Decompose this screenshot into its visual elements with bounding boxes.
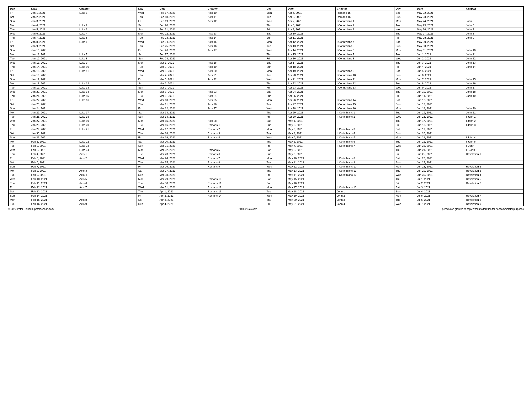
cell-chapter: Luke 2 xyxy=(78,23,137,28)
cell-day: Mon xyxy=(265,127,286,131)
cell-date: Jun 23, 2021 xyxy=(416,144,465,148)
cell-date: Mar 23, 2021 xyxy=(158,152,206,156)
cell-date: Apr 13, 2021 xyxy=(286,44,335,48)
cell-chapter: Luke 5 xyxy=(78,36,137,40)
cell-day: Fri xyxy=(265,86,286,90)
cell-chapter xyxy=(335,119,394,123)
cell-chapter: John 6 xyxy=(465,23,523,28)
table-row: FriJan 8, 2021Luke 6WedFeb 24, 2021Acts … xyxy=(9,40,523,44)
cell-date: Jan 2, 2021 xyxy=(30,15,78,19)
cell-chapter xyxy=(465,11,523,15)
cell-chapter xyxy=(206,57,265,61)
table-row: WedJan 13, 2021Luke 9MonMar 1, 2021Acts … xyxy=(9,61,523,65)
table-row: ThuJan 28, 2021Luke 20TueMar 16, 2021Rom… xyxy=(9,123,523,127)
cell-date: Apr 1, 2021 xyxy=(158,190,206,194)
cell-day: Sun xyxy=(394,44,416,48)
cell-chapter: Revelation 6 xyxy=(465,181,523,185)
table-row: MonJan 11, 2021Luke 7SatFeb 27, 2021ThuA… xyxy=(9,52,523,57)
footer-right: permission granted to copy without alter… xyxy=(442,208,524,210)
cell-chapter: Romans 5 xyxy=(206,148,265,152)
cell-chapter: I Corinthians 15 xyxy=(335,102,394,106)
cell-chapter xyxy=(465,160,523,164)
cell-day: Thu xyxy=(394,90,416,94)
table-row: TueJan 12, 2021Luke 8SunFeb 28, 2021FriA… xyxy=(9,57,523,61)
cell-chapter xyxy=(206,169,265,173)
cell-date: Jun 22, 2021 xyxy=(416,140,465,144)
cell-day: Mon xyxy=(394,106,416,111)
cell-day: Sun xyxy=(265,152,286,156)
cell-day: Mon xyxy=(394,135,416,140)
cell-date: Apr 22, 2021 xyxy=(286,81,335,86)
cell-chapter: Romans 4 xyxy=(206,135,265,140)
cell-date: Apr 14, 2021 xyxy=(286,48,335,52)
table-row: MonFeb 15, 2021Acts 8SatApr 3, 2021ThuMa… xyxy=(9,198,523,202)
cell-day: Fri xyxy=(265,57,286,61)
cell-day: Thu xyxy=(137,73,158,77)
cell-day: Tue xyxy=(137,181,158,185)
cell-chapter: Acts 16 xyxy=(206,44,265,48)
cell-day: Fri xyxy=(394,152,416,156)
cell-chapter: Luke 21 xyxy=(78,127,137,131)
cell-chapter xyxy=(465,73,523,77)
cell-day: Sun xyxy=(9,106,30,111)
cell-day: Wed xyxy=(137,156,158,160)
cell-day: Wed xyxy=(137,40,158,44)
cell-day: Fri xyxy=(394,36,416,40)
cell-chapter: Romans 7 xyxy=(206,156,265,160)
cell-day: Thu xyxy=(9,152,30,156)
cell-day: Sat xyxy=(9,160,30,164)
cell-date: Feb 24, 2021 xyxy=(158,40,206,44)
cell-date: Mar 26, 2021 xyxy=(158,164,206,169)
cell-date: May 15, 2021 xyxy=(286,177,335,181)
cell-chapter: II Corinthians 8 xyxy=(335,156,394,160)
cell-chapter: Revelation 9 xyxy=(465,202,523,206)
cell-day: Tue xyxy=(137,65,158,69)
cell-day: Tue xyxy=(394,81,416,86)
cell-day: Fri xyxy=(265,144,286,148)
cell-day: Thu xyxy=(265,52,286,57)
cell-day: Tue xyxy=(137,123,158,127)
col-header-chapter-2: Chapter xyxy=(206,6,265,11)
cell-chapter: Luke 3 xyxy=(78,28,137,32)
cell-chapter: II Corinthians 3 xyxy=(335,127,394,131)
cell-date: May 21, 2021 xyxy=(286,202,335,206)
cell-date: Mar 21, 2021 xyxy=(158,144,206,148)
cell-day: Thu xyxy=(137,160,158,164)
cell-day: Sat xyxy=(394,185,416,190)
cell-day: Thu xyxy=(394,61,416,65)
cell-chapter xyxy=(206,52,265,57)
cell-chapter: Acts 11 xyxy=(206,15,265,19)
cell-day: Tue xyxy=(9,173,30,177)
table-row: MonFeb 8, 2021Acts 3SatMar 27, 2021ThuMa… xyxy=(9,169,523,173)
cell-date: Apr 3, 2021 xyxy=(158,198,206,202)
cell-day: Tue xyxy=(265,131,286,135)
cell-day: Sat xyxy=(265,177,286,181)
col-header-date-1: Date xyxy=(30,6,78,11)
cell-date: May 20, 2021 xyxy=(286,198,335,202)
cell-chapter: Acts 14 xyxy=(206,36,265,40)
cell-date: Feb 10, 2021 xyxy=(30,177,78,181)
col-header-day-3: Day xyxy=(265,6,286,11)
cell-date: Jan 10, 2021 xyxy=(30,48,78,52)
cell-date: Jul 1, 2021 xyxy=(416,177,465,181)
cell-day: Mon xyxy=(265,98,286,102)
cell-day: Mon xyxy=(394,194,416,198)
cell-chapter xyxy=(78,44,137,48)
cell-date: Jun 21, 2021 xyxy=(416,135,465,140)
cell-date: Jun 27, 2021 xyxy=(416,160,465,164)
cell-day: Sat xyxy=(9,15,30,19)
cell-date: Jan 3, 2021 xyxy=(30,19,78,23)
cell-chapter xyxy=(206,202,265,206)
cell-day: Mon xyxy=(265,185,286,190)
cell-day: Tue xyxy=(9,86,30,90)
cell-chapter: Romans 15 xyxy=(335,11,394,15)
cell-chapter: Luke 20 xyxy=(78,123,137,127)
col-header-day-1: Day xyxy=(9,6,30,11)
cell-date: Mar 5, 2021 xyxy=(158,77,206,81)
cell-day: Mon xyxy=(9,198,30,202)
cell-chapter xyxy=(335,61,394,65)
cell-chapter: I Corinthians 8 xyxy=(335,57,394,61)
cell-date: Jun 3, 2021 xyxy=(416,61,465,65)
cell-chapter xyxy=(206,23,265,28)
cell-date: Jan 18, 2021 xyxy=(30,81,78,86)
